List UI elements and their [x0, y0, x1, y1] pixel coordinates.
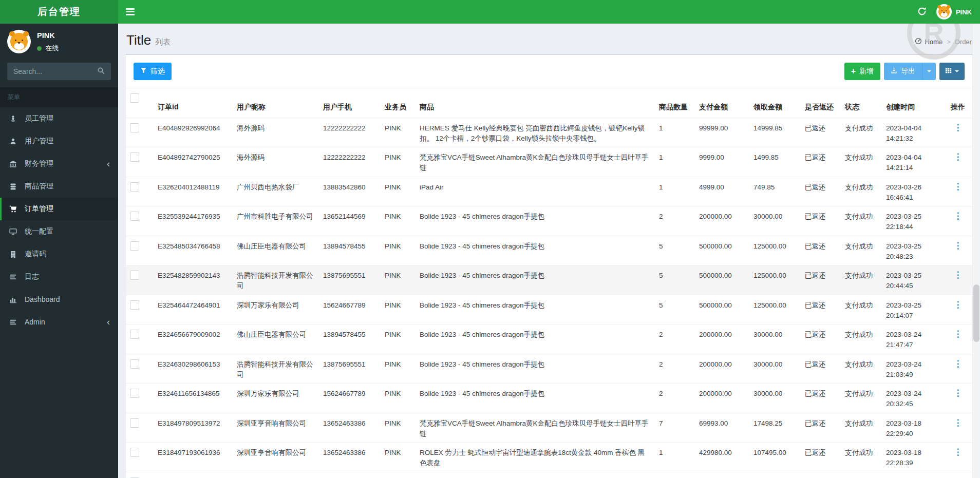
row-checkbox[interactable]	[130, 123, 139, 132]
cell-nickname: 广州贝西电热水袋厂	[233, 177, 319, 206]
row-checkbox[interactable]	[130, 182, 139, 192]
row-actions-button[interactable]: ⋮	[951, 241, 966, 250]
table-row: E318497193061936深圳亚亨音响有限公司13652463386PIN…	[126, 443, 972, 472]
cell-created-time: 2023-03-24 21:47:47	[882, 324, 944, 354]
column-header-order-id: 订单id	[154, 88, 233, 118]
search-button[interactable]	[96, 66, 106, 77]
orders-table: 订单id用户昵称用户手机业务员商品商品数量支付金额领取金额是否返还状态创建时间操…	[126, 88, 972, 478]
cell-order-id: E325464472464901	[154, 295, 233, 324]
row-actions-button[interactable]: ⋮	[951, 418, 966, 427]
sidebar-item-users[interactable]: 用户管理	[0, 130, 118, 152]
cell-nickname: 佛山庄臣电器有限公司	[233, 324, 319, 354]
refresh-button[interactable]	[917, 7, 927, 17]
filter-button[interactable]: 筛选	[134, 63, 172, 80]
cell-salesman: PINK	[381, 413, 416, 443]
cell-status: 支付成功	[841, 118, 882, 147]
cell-receive-amount: 30000.00	[749, 206, 801, 236]
online-status[interactable]: 在线	[37, 44, 59, 53]
row-checkbox[interactable]	[130, 152, 139, 162]
row-actions-button[interactable]: ⋮	[951, 182, 966, 191]
sidebar-item-logs[interactable]: 日志	[0, 265, 118, 288]
columns-dropdown-button[interactable]	[939, 63, 965, 80]
sidebar-item-employees[interactable]: 员工管理	[0, 107, 118, 130]
cell-return-status: 已返还	[801, 265, 841, 295]
cell-return-status: 已返还	[801, 147, 841, 177]
cell-product: Bolide 1923 - 45 chimeres dragon手提包	[416, 354, 655, 384]
sidebar-item-dashboard[interactable]: Dashboard	[0, 288, 118, 311]
cell-phone: 15624667789	[319, 295, 381, 324]
sidebar-item-label: 员工管理	[25, 114, 53, 123]
table-row: E325464472464901深圳万家乐有限公司15624667789PINK…	[126, 295, 972, 324]
cell-return-status: 已返还	[801, 354, 841, 384]
row-actions-button[interactable]: ⋮	[951, 271, 966, 279]
sidebar-item-label: 财务管理	[25, 159, 53, 168]
orders-card: 筛选 + 新增 导出	[126, 54, 972, 478]
row-actions-button[interactable]: ⋮	[951, 330, 966, 338]
row-actions-button[interactable]: ⋮	[951, 123, 966, 132]
select-all-checkbox[interactable]	[130, 93, 139, 103]
sidebar-item-admin[interactable]: Admin‹	[0, 311, 118, 333]
sidebar-toggle-button[interactable]	[118, 0, 142, 24]
cell-created-time: 2023-04-04 14:21:14	[882, 147, 944, 177]
table-row: E325485034766458佛山庄臣电器有限公司13894578455PIN…	[126, 236, 972, 265]
row-checkbox[interactable]	[130, 389, 139, 398]
cell-return-status: 已返还	[801, 384, 841, 413]
vertical-scrollbar[interactable]	[972, 24, 980, 478]
cell-product: Bolide 1923 - 45 chimeres dragon手提包	[416, 265, 655, 295]
page-title: Title	[126, 32, 151, 48]
sidebar-item-orders[interactable]: 订单管理	[0, 198, 118, 220]
content-header: Title列表 Home > Order	[118, 24, 980, 54]
cell-status: 支付成功	[841, 236, 882, 265]
column-header-actions: 操作	[944, 88, 972, 118]
row-checkbox[interactable]	[130, 241, 139, 251]
table-toolbar: 筛选 + 新增 导出	[126, 55, 972, 88]
cell-receive-amount: 30000.00	[749, 384, 801, 413]
cell-return-status: 已返还	[801, 324, 841, 354]
column-header-status: 状态	[841, 88, 882, 118]
cell-phone: 13894578455	[319, 236, 381, 265]
cell-status: 支付成功	[841, 147, 882, 177]
sidebar-avatar	[7, 30, 31, 53]
row-checkbox[interactable]	[130, 448, 139, 457]
search-input[interactable]	[12, 67, 96, 76]
cart-icon	[9, 205, 20, 213]
cell-product: ROLEX 劳力士 蚝式恒动宇宙计型迪通拿腕表18ct黄金款 40mm 香槟色 …	[416, 443, 655, 472]
row-actions-button[interactable]: ⋮	[951, 448, 966, 456]
table-row: E325539244176935广州市科胜电子有限公司13652144569PI…	[126, 206, 972, 236]
sidebar-item-config[interactable]: 统一配置	[0, 220, 118, 243]
row-actions-button[interactable]: ⋮	[951, 300, 966, 309]
sidebar-item-products[interactable]: 商品管理	[0, 175, 118, 198]
sidebar-item-invite-codes[interactable]: 邀请码	[0, 243, 118, 265]
row-checkbox[interactable]	[130, 330, 139, 339]
cell-salesman: PINK	[381, 147, 416, 177]
user-menu[interactable]: PINK	[936, 4, 972, 20]
row-checkbox[interactable]	[130, 300, 139, 310]
cell-status: 支付成功	[841, 265, 882, 295]
row-checkbox[interactable]	[130, 271, 139, 280]
row-actions-button[interactable]: ⋮	[951, 152, 966, 161]
cell-quantity: 1	[655, 443, 695, 472]
export-dropdown-button[interactable]	[922, 63, 936, 80]
row-actions-button[interactable]: ⋮	[951, 359, 966, 368]
cell-status: 支付成功	[841, 295, 882, 324]
row-checkbox[interactable]	[130, 418, 139, 428]
cell-pay-amount: 200000.00	[695, 324, 749, 354]
brand-logo[interactable]: 后台管理	[0, 0, 118, 24]
sidebar-item-finance[interactable]: 财务管理‹	[0, 152, 118, 175]
cell-order-id: E404892926992064	[154, 118, 233, 147]
row-actions-button[interactable]: ⋮	[951, 212, 966, 220]
row-actions-button[interactable]: ⋮	[951, 389, 966, 397]
add-button[interactable]: + 新增	[844, 63, 880, 80]
column-header-salesman: 业务员	[381, 88, 416, 118]
cell-phone: 13652463386	[319, 472, 381, 478]
export-button[interactable]: 导出	[884, 63, 922, 80]
cell-created-time: 2023-03-24 21:03:49	[882, 354, 944, 384]
cell-receive-amount: 1499.85	[749, 147, 801, 177]
cell-receive-amount: 107495.00	[749, 443, 801, 472]
sidebar-item-label: 订单管理	[25, 204, 53, 214]
desktop-icon	[9, 228, 20, 236]
row-checkbox[interactable]	[130, 359, 139, 369]
scrollbar-thumb[interactable]	[973, 284, 979, 342]
cell-phone: 12222222222	[319, 118, 381, 147]
row-checkbox[interactable]	[130, 212, 139, 221]
